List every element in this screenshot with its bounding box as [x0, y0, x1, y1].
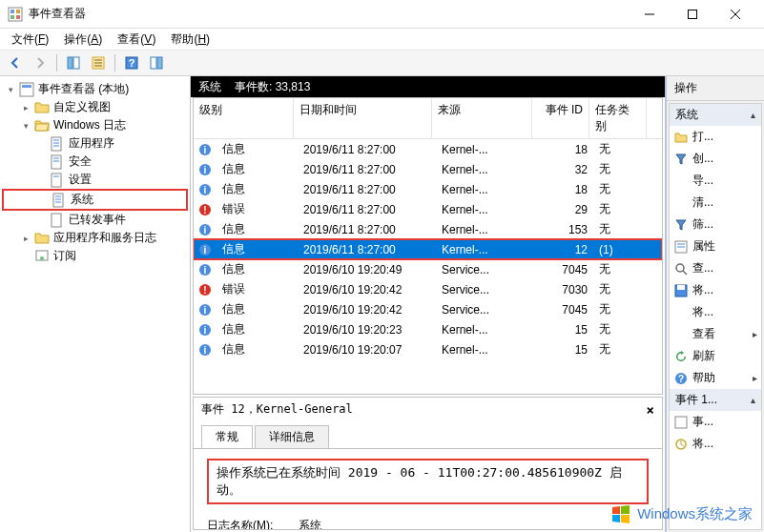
tree-label: 应用程序 [69, 135, 114, 152]
cell-eventid: 7045 [536, 301, 593, 318]
col-datetime[interactable]: 日期和时间 [294, 98, 432, 138]
expand-icon[interactable]: ▾ [4, 83, 17, 96]
tree-panel[interactable]: ▾ 事件查看器 (本地) ▸ 自定义视图 ▾ Windows 日志 应用程序 安… [0, 76, 191, 532]
table-row[interactable]: i信息2019/6/10 19:20:23Kernel-...15无 [194, 319, 662, 339]
action-view[interactable]: 查看▸ [670, 323, 761, 345]
col-level[interactable]: 级别 [194, 98, 294, 138]
cell-source: Kernel-... [436, 161, 536, 178]
table-row[interactable]: i信息2019/6/11 8:27:00Kernel-...18无 [194, 139, 662, 159]
action-event-properties[interactable]: 事... [670, 411, 761, 433]
eventviewer-icon [19, 82, 34, 97]
grid-header: 级别 日期和时间 来源 事件 ID 任务类别 [194, 98, 662, 139]
cell-level: 错误 [217, 199, 298, 219]
action-clear[interactable]: 清... [670, 192, 761, 214]
table-row[interactable]: !错误2019/6/10 19:20:42Service...7030无 [194, 279, 662, 299]
folder-icon [34, 100, 50, 115]
tree-system[interactable]: 系统 [2, 189, 188, 211]
action-pane-button[interactable] [145, 52, 168, 73]
menu-view[interactable]: 查看(V) [112, 30, 161, 50]
col-category[interactable]: 任务类别 [589, 98, 647, 138]
attach-icon [673, 437, 689, 452]
cell-category: 无 [593, 299, 650, 319]
event-grid[interactable]: 级别 日期和时间 来源 事件 ID 任务类别 i信息2019/6/11 8:27… [193, 97, 663, 395]
minimize-button[interactable] [628, 1, 671, 28]
table-row[interactable]: i信息2019/6/10 19:20:42Service...7045无 [194, 299, 662, 319]
svg-text:!: ! [203, 205, 206, 215]
action-help[interactable]: ?帮助▸ [670, 367, 761, 389]
menu-action[interactable]: 操作(A) [58, 30, 108, 50]
action-filter[interactable]: 筛... [670, 214, 761, 235]
tree-subscriptions[interactable]: 订阅 [2, 247, 188, 265]
chevron-up-icon[interactable]: ▴ [751, 395, 755, 405]
help-button[interactable]: ? [120, 52, 143, 73]
action-save[interactable]: 将... [670, 279, 761, 301]
cell-category: 无 [593, 159, 650, 179]
cell-level: 信息 [217, 239, 298, 259]
col-eventid[interactable]: 事件 ID [532, 98, 589, 138]
table-row[interactable]: i信息2019/6/10 19:20:07Kernel-...15无 [194, 339, 662, 359]
cell-category: 无 [593, 279, 650, 299]
filter-icon [673, 152, 689, 167]
action-create[interactable]: 创... [670, 148, 761, 170]
table-row[interactable]: i信息2019/6/11 8:27:00Kernel-...12(1) [194, 239, 662, 259]
action-import[interactable]: 导... [670, 170, 761, 192]
table-row[interactable]: i信息2019/6/10 19:20:49Service...7045无 [194, 259, 662, 279]
tab-general[interactable]: 常规 [201, 425, 253, 448]
table-row[interactable]: !错误2019/6/11 8:27:00Kernel-...29无 [194, 199, 662, 219]
cell-datetime: 2019/6/10 19:20:42 [298, 301, 436, 318]
action-open[interactable]: 打... [670, 126, 761, 148]
cell-source: Kernel-... [436, 141, 536, 158]
svg-text:?: ? [129, 57, 135, 69]
log-header: 系统 事件数: 33,813 [191, 76, 665, 97]
table-row[interactable]: i信息2019/6/11 8:27:00Kernel-...32无 [194, 159, 662, 179]
svg-text:i: i [204, 325, 207, 336]
cell-datetime: 2019/6/11 8:27:00 [298, 201, 436, 218]
tree-root[interactable]: ▾ 事件查看器 (本地) [2, 80, 188, 98]
chevron-right-icon: ▸ [753, 373, 757, 383]
tree-setup[interactable]: 设置 [2, 171, 188, 189]
chevron-up-icon[interactable]: ▴ [751, 110, 755, 120]
maximize-button[interactable] [671, 1, 713, 28]
action-properties[interactable]: 属性 [670, 235, 761, 257]
close-button[interactable] [713, 1, 756, 28]
action-event-attach[interactable]: 将... [670, 433, 761, 455]
detail-close-button[interactable]: × [647, 402, 654, 418]
col-source[interactable]: 来源 [432, 98, 532, 138]
cell-source: Kernel-... [436, 241, 536, 258]
tab-details[interactable]: 详细信息 [255, 425, 329, 448]
table-row[interactable]: i信息2019/6/11 8:27:00Kernel-...153无 [194, 219, 662, 239]
clear-icon [673, 195, 689, 211]
cell-source: Kernel-... [436, 181, 536, 198]
back-button[interactable] [4, 52, 27, 73]
collapse-icon[interactable]: ▾ [19, 119, 32, 133]
menu-file[interactable]: 文件(F) [6, 30, 54, 50]
actions-body[interactable]: 系统 ▴ 打... 创... 导... 清... 筛... 属性 查... 将.… [669, 103, 762, 530]
svg-rect-21 [52, 137, 61, 151]
action-refresh[interactable]: 刷新 [670, 345, 761, 367]
cell-eventid: 15 [536, 321, 593, 338]
tree-app-service-logs[interactable]: ▸ 应用程序和服务日志 [2, 229, 188, 247]
window-controls [628, 1, 756, 28]
tree-windows-logs[interactable]: ▾ Windows 日志 [2, 116, 188, 134]
cell-source: Kernel-... [436, 221, 536, 238]
svg-text:i: i [204, 225, 207, 235]
table-row[interactable]: i信息2019/6/11 8:27:00Kernel-...18无 [194, 179, 662, 199]
forward-button[interactable] [29, 52, 52, 73]
cell-level: 信息 [217, 139, 298, 159]
svg-rect-20 [22, 85, 31, 88]
menu-help[interactable]: 帮助(H) [165, 30, 216, 50]
tree-custom-views[interactable]: ▸ 自定义视图 [2, 98, 188, 116]
import-icon [673, 174, 689, 189]
tree-label: 自定义视图 [53, 99, 111, 115]
action-find[interactable]: 查... [670, 257, 761, 279]
expand-icon[interactable]: ▸ [19, 232, 32, 245]
tree-label: 已转发事件 [69, 212, 126, 228]
properties-button[interactable] [87, 52, 110, 73]
expand-icon[interactable]: ▸ [19, 101, 32, 114]
svg-text:i: i [204, 165, 207, 175]
tree-application[interactable]: 应用程序 [2, 134, 188, 153]
tree-forwarded[interactable]: 已转发事件 [2, 211, 188, 229]
show-tree-button[interactable] [62, 52, 85, 73]
tree-security[interactable]: 安全 [2, 153, 188, 171]
action-attach[interactable]: 将... [670, 301, 761, 323]
